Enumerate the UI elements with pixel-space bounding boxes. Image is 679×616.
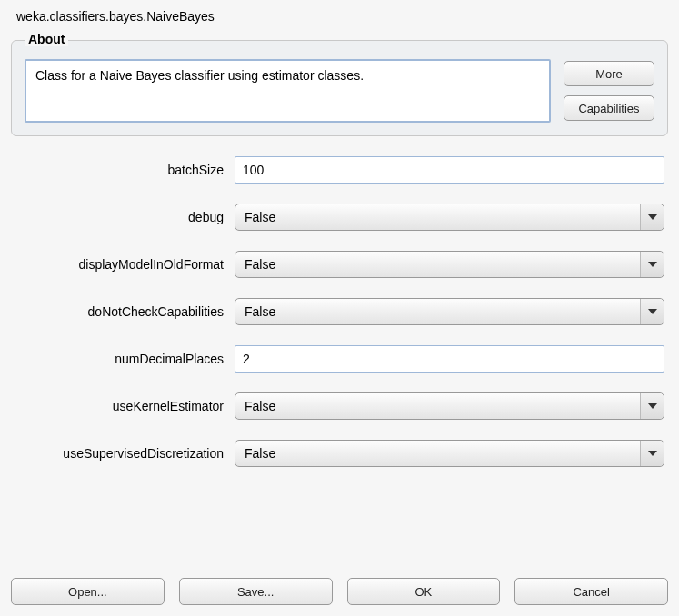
prop-label-doNotCheckCapabilities: doNotCheckCapabilities [15, 304, 224, 319]
about-description: Class for a Naive Bayes classifier using… [25, 59, 551, 123]
chevron-down-icon [640, 252, 664, 277]
prop-control-useSupervisedDiscretization: False [235, 440, 664, 467]
about-group: About Class for a Naive Bayes classifier… [11, 40, 668, 136]
useSupervisedDiscretization-value: False [245, 446, 275, 461]
useSupervisedDiscretization-select[interactable]: False [235, 440, 664, 467]
properties-panel: batchSize debug False displayModelInOldF… [11, 156, 668, 467]
footer-buttons: Open... Save... OK Cancel [11, 578, 668, 605]
prop-control-doNotCheckCapabilities: False [235, 298, 664, 325]
about-inner: Class for a Naive Bayes classifier using… [25, 59, 654, 123]
useKernelEstimator-select[interactable]: False [235, 392, 664, 420]
prop-row-batchSize: batchSize [15, 156, 664, 184]
capabilities-button[interactable]: Capabilities [564, 95, 654, 121]
prop-row-debug: debug False [15, 204, 664, 231]
prop-row-numDecimalPlaces: numDecimalPlaces [15, 345, 664, 373]
chevron-down-icon [640, 393, 664, 419]
about-buttons: More Capabilities [564, 59, 654, 123]
prop-row-doNotCheckCapabilities: doNotCheckCapabilities False [15, 298, 664, 325]
doNotCheckCapabilities-select[interactable]: False [235, 298, 664, 325]
chevron-down-icon [640, 204, 664, 230]
prop-control-batchSize [235, 156, 664, 184]
prop-control-displayModelInOldFormat: False [235, 251, 664, 278]
prop-label-displayModelInOldFormat: displayModelInOldFormat [15, 257, 224, 272]
prop-row-useKernelEstimator: useKernelEstimator False [15, 392, 664, 420]
doNotCheckCapabilities-value: False [245, 304, 275, 319]
about-legend: About [25, 32, 68, 46]
prop-row-useSupervisedDiscretization: useSupervisedDiscretization False [15, 440, 664, 467]
displayModelInOldFormat-value: False [245, 257, 275, 272]
chevron-down-icon [640, 441, 664, 466]
classifier-classname: weka.classifiers.bayes.NaiveBayes [11, 7, 668, 33]
more-button[interactable]: More [564, 61, 654, 86]
prop-label-debug: debug [15, 210, 224, 224]
prop-control-numDecimalPlaces [235, 345, 664, 373]
displayModelInOldFormat-select[interactable]: False [235, 251, 664, 278]
debug-select[interactable]: False [235, 204, 664, 231]
prop-label-useSupervisedDiscretization: useSupervisedDiscretization [15, 446, 224, 461]
useKernelEstimator-value: False [245, 399, 275, 413]
prop-control-debug: False [235, 204, 664, 231]
prop-label-numDecimalPlaces: numDecimalPlaces [15, 352, 224, 366]
prop-row-displayModelInOldFormat: displayModelInOldFormat False [15, 251, 664, 278]
prop-label-useKernelEstimator: useKernelEstimator [15, 399, 224, 413]
debug-value: False [245, 210, 275, 224]
numDecimalPlaces-input[interactable] [235, 345, 664, 373]
ok-button[interactable]: OK [347, 578, 501, 605]
batchSize-input[interactable] [235, 156, 664, 184]
open-button[interactable]: Open... [11, 578, 165, 605]
classifier-config-window: weka.classifiers.bayes.NaiveBayes About … [0, 0, 679, 616]
prop-label-batchSize: batchSize [15, 163, 224, 177]
cancel-button[interactable]: Cancel [514, 578, 668, 605]
save-button[interactable]: Save... [179, 578, 333, 605]
chevron-down-icon [640, 299, 664, 324]
prop-control-useKernelEstimator: False [235, 392, 664, 420]
